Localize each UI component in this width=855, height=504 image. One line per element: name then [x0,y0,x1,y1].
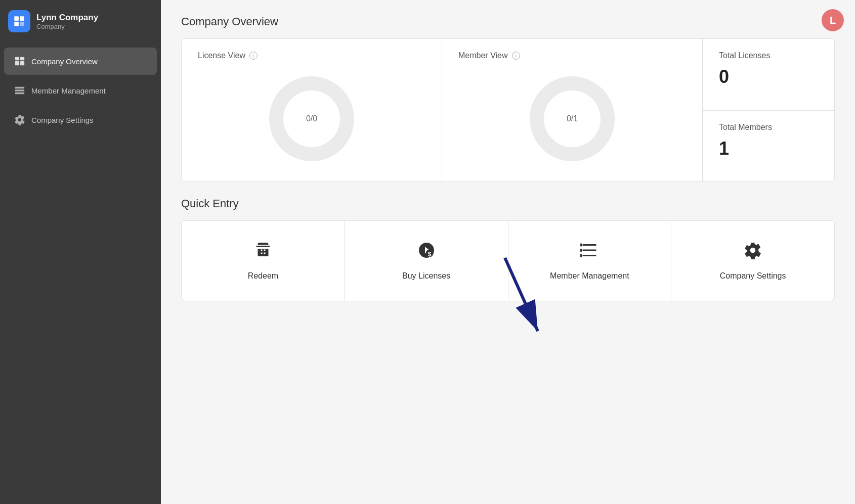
svg-rect-16 [580,249,582,252]
license-donut-container: 0/0 [198,68,425,169]
svg-rect-6 [15,61,19,65]
svg-rect-1 [20,16,24,21]
sidebar-nav: Company Overview Member Management Compa… [0,47,161,134]
quick-member-management-icon [580,241,598,263]
svg-rect-5 [20,57,24,60]
license-view-label: License View i [198,51,425,60]
quick-entry-company-settings[interactable]: Company Settings [671,221,834,301]
license-donut-wrapper: 0/0 [266,73,357,164]
sidebar-item-member-management[interactable]: Member Management [4,77,157,104]
svg-rect-2 [14,22,19,26]
company-sub: Company [36,23,98,30]
license-donut-label: 0/0 [306,114,317,123]
svg-rect-10 [15,93,24,95]
member-management-icon [14,85,25,96]
company-overview-icon [14,56,25,67]
member-donut-wrapper: 0/1 [527,73,618,164]
redeem-label: Redeem [248,271,278,281]
svg-rect-17 [580,254,582,257]
member-donut-container: 0/1 [458,68,686,169]
buy-licenses-icon: $ [417,241,436,263]
overview-cards: License View i 0/0 Member View i [181,38,835,182]
quick-company-settings-icon [744,241,762,263]
svg-rect-7 [20,61,24,65]
sidebar: Lynn Company Company Company Overview Me… [0,0,161,504]
sidebar-header: Lynn Company Company [0,0,161,42]
sidebar-item-label-settings: Company Settings [31,116,94,124]
member-view-card: Member View i 0/1 [442,39,703,181]
sidebar-item-company-settings[interactable]: Company Settings [4,106,157,133]
svg-rect-9 [15,89,24,91]
svg-rect-4 [15,57,19,60]
app-logo [8,10,30,32]
company-settings-icon [14,114,25,125]
member-view-label: Member View i [458,51,686,60]
total-licenses-block: Total Licenses 0 [703,39,834,111]
quick-entry-redeem[interactable]: Redeem [182,221,345,301]
page-title: Company Overview [181,15,835,28]
total-members-block: Total Members 1 [703,111,834,182]
quick-member-management-label: Member Management [550,271,629,281]
total-licenses-value: 0 [719,66,818,87]
total-members-label: Total Members [719,123,818,132]
total-members-value: 1 [719,138,818,159]
svg-rect-8 [15,87,24,89]
sidebar-item-label-members: Member Management [31,86,106,95]
member-view-info-icon[interactable]: i [512,52,520,60]
svg-rect-15 [580,244,582,247]
svg-rect-3 [20,22,24,26]
quick-entry-buy-licenses[interactable]: $ Buy Licenses [345,221,508,301]
quick-entry-title: Quick Entry [181,197,835,210]
sidebar-item-label-overview: Company Overview [31,57,98,66]
quick-entry-member-management[interactable]: Member Management [508,221,672,301]
svg-rect-0 [14,16,19,21]
buy-licenses-label: Buy Licenses [402,271,450,281]
quick-entry-section: Quick Entry Redeem [181,197,835,301]
quick-entry-grid: Redeem $ Buy Licenses [181,220,835,301]
quick-company-settings-label: Company Settings [720,271,786,281]
company-name: Lynn Company [36,13,98,23]
sidebar-title: Lynn Company Company [36,13,98,30]
total-licenses-label: Total Licenses [719,51,818,60]
license-view-card: License View i 0/0 [182,39,442,181]
stats-panel: Total Licenses 0 Total Members 1 [703,39,834,181]
sidebar-item-company-overview[interactable]: Company Overview [4,48,157,75]
redeem-icon [254,241,272,263]
member-donut-label: 0/1 [567,114,578,123]
license-view-info-icon[interactable]: i [249,52,258,60]
svg-text:$: $ [428,251,431,258]
avatar[interactable]: L [822,9,844,31]
main-content-area: L Company Overview License View i 0/0 [161,0,855,504]
